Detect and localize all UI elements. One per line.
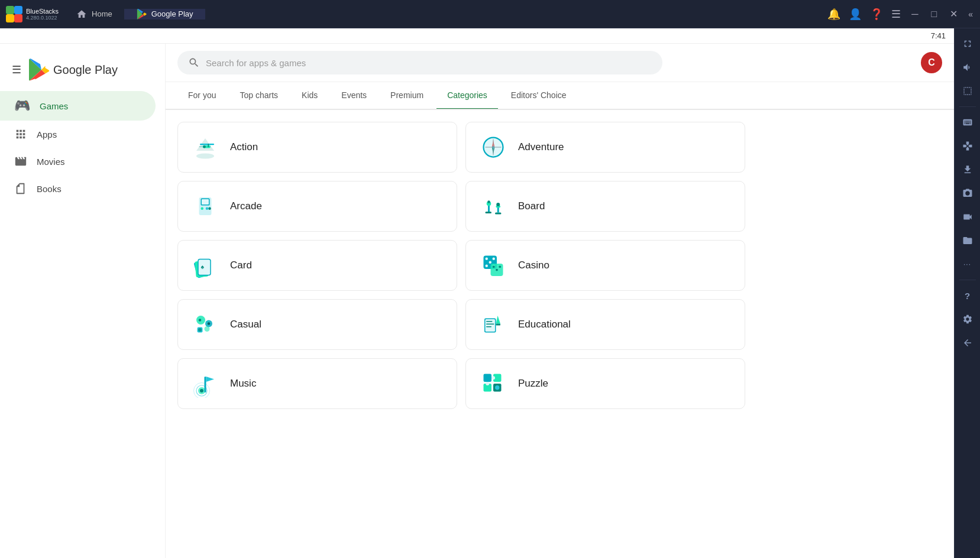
category-arcade[interactable]: Arcade — [177, 181, 457, 232]
hamburger-menu[interactable]: ☰ — [12, 63, 21, 76]
svg-rect-20 — [201, 207, 204, 210]
board-label: Board — [518, 200, 545, 212]
center-area: Search for apps & games C For you Top ch… — [166, 44, 954, 558]
tab-top-charts[interactable]: Top charts — [229, 82, 289, 110]
category-adventure[interactable]: Adventure — [465, 122, 745, 173]
svg-point-39 — [486, 265, 489, 268]
video-button[interactable] — [957, 206, 978, 228]
left-nav: ☰ Google Play 🎮 Games Apps — [0, 44, 166, 558]
svg-rect-8 — [208, 144, 209, 147]
close-button[interactable]: ✕ — [947, 6, 960, 22]
category-casual[interactable]: Casual — [177, 299, 457, 350]
menu-icon[interactable]: ☰ — [891, 8, 901, 21]
selection-button[interactable] — [957, 80, 978, 102]
svg-point-70 — [486, 382, 489, 385]
folder-button[interactable] — [957, 230, 978, 251]
google-play-tab-icon — [136, 9, 147, 20]
svg-rect-27 — [495, 213, 502, 215]
back-sidebar-button[interactable] — [957, 332, 978, 353]
user-avatar[interactable]: C — [921, 52, 942, 73]
nav-games-label: Games — [40, 101, 68, 111]
puzzle-icon — [479, 369, 507, 398]
adventure-label: Adventure — [518, 141, 564, 153]
time-bar: 7:41 — [0, 28, 954, 44]
tab-editors-choice[interactable]: Editors' Choice — [500, 82, 577, 110]
tab-premium[interactable]: Premium — [380, 82, 434, 110]
minimize-button[interactable]: ─ — [909, 7, 920, 22]
svg-rect-2 — [6, 14, 14, 22]
nav-item-movies[interactable]: Movies — [0, 148, 156, 175]
search-placeholder: Search for apps & games — [206, 58, 306, 68]
svg-point-9 — [203, 145, 206, 148]
selection-icon — [962, 86, 973, 96]
volume-button[interactable] — [957, 57, 978, 78]
sidebar-divider-2 — [959, 280, 976, 280]
search-box[interactable]: Search for apps & games — [177, 51, 662, 74]
casino-label: Casino — [518, 259, 549, 271]
category-puzzle[interactable]: Puzzle — [465, 358, 745, 409]
collapse-icon[interactable]: « — [968, 9, 973, 19]
nav-header: ☰ Google Play — [0, 53, 165, 86]
svg-point-69 — [491, 376, 495, 379]
music-icon — [191, 369, 219, 398]
right-sidebar: ··· ? — [954, 28, 980, 558]
nav-apps-label: Apps — [37, 129, 57, 140]
gamepad-icon — [962, 141, 973, 151]
svg-marker-62 — [206, 377, 215, 382]
more-button[interactable]: ··· — [957, 254, 978, 275]
home-icon — [76, 9, 87, 20]
bluestacks-logo: BlueStacks 4.280.0.1022 — [0, 6, 64, 22]
settings-sidebar-button[interactable] — [957, 309, 978, 330]
svg-rect-10 — [199, 147, 203, 148]
apk-button[interactable] — [957, 159, 978, 180]
search-icon — [188, 57, 200, 69]
tab-google-play[interactable]: Google Play — [124, 9, 205, 20]
main-area: ☰ Google Play 🎮 Games Apps — [0, 44, 954, 558]
category-action[interactable]: Action — [177, 122, 457, 173]
casual-label: Casual — [230, 319, 261, 330]
svg-rect-55 — [486, 324, 494, 325]
nav-movies-label: Movies — [37, 157, 65, 167]
tab-google-play-label: Google Play — [151, 9, 193, 18]
category-educational[interactable]: Educational — [465, 299, 745, 350]
keyboard-button[interactable] — [957, 112, 978, 133]
title-bar-controls: 🔔 👤 ❓ ☰ ─ □ ✕ « — [820, 6, 980, 22]
tab-kids[interactable]: Kids — [291, 82, 328, 110]
help-sidebar-button[interactable]: ? — [957, 285, 978, 306]
help-title-icon[interactable]: ❓ — [870, 8, 883, 21]
category-music[interactable]: Music — [177, 358, 457, 409]
tab-for-you[interactable]: For you — [177, 82, 227, 110]
screenshot-button[interactable] — [957, 183, 978, 204]
video-icon — [962, 212, 973, 222]
svg-rect-1 — [14, 6, 22, 14]
card-label: Card — [230, 259, 252, 271]
fullscreen-button[interactable] — [957, 33, 978, 54]
tab-home[interactable]: Home — [64, 9, 124, 20]
sidebar-divider-1 — [959, 106, 976, 107]
svg-point-48 — [208, 322, 211, 325]
category-card[interactable]: ♠ Card — [177, 240, 457, 291]
bell-icon[interactable]: 🔔 — [827, 8, 840, 21]
account-icon[interactable]: 👤 — [849, 8, 862, 21]
category-board[interactable]: Board — [465, 181, 745, 232]
music-label: Music — [230, 378, 256, 390]
tab-events[interactable]: Events — [331, 82, 377, 110]
app-version: 4.280.0.1022 — [26, 15, 59, 21]
nav-item-apps[interactable]: Apps — [0, 121, 156, 148]
games-icon: 🎮 — [14, 98, 30, 113]
educational-icon — [479, 310, 507, 339]
casual-icon — [191, 310, 219, 339]
svg-point-46 — [199, 319, 202, 322]
svg-rect-65 — [484, 374, 492, 382]
gamepad-button[interactable] — [957, 135, 978, 157]
tab-categories[interactable]: Categories — [436, 82, 498, 110]
svg-point-42 — [493, 265, 495, 268]
maximize-button[interactable]: □ — [929, 7, 940, 22]
nav-item-books[interactable]: Books — [0, 175, 156, 202]
google-play-title: Google Play — [53, 63, 118, 77]
svg-point-44 — [499, 265, 501, 268]
nav-item-games[interactable]: 🎮 Games — [0, 91, 156, 121]
nav-books-label: Books — [37, 184, 62, 194]
volume-icon — [962, 62, 973, 73]
category-casino[interactable]: Casino — [465, 240, 745, 291]
